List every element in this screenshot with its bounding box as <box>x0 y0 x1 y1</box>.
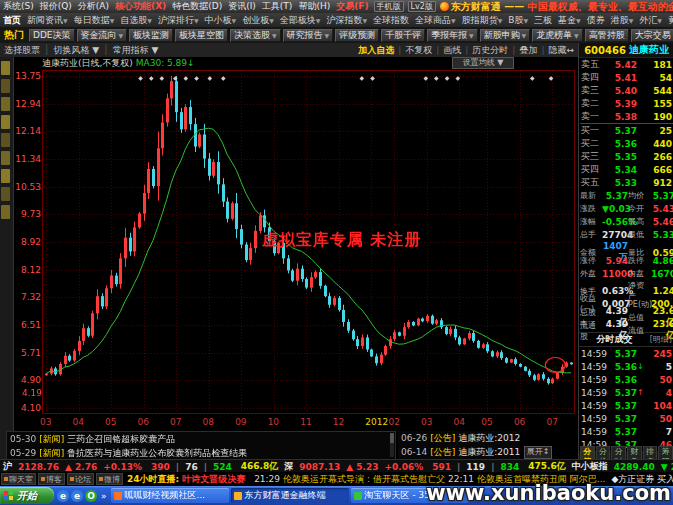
menu-帮助(H)[interactable]: 帮助(H) <box>295 0 333 13</box>
news-date: 05-29 <box>10 448 36 458</box>
news-row[interactable]: 05-30[新闻]三药企召回铬超标胶囊产品 <box>7 432 395 446</box>
brand-flame-icon <box>440 2 449 11</box>
x-tick-label: 03 <box>40 417 51 427</box>
left-rail-icon[interactable] <box>1 151 10 165</box>
lv2-version-button[interactable]: Lv2版 <box>408 1 436 12</box>
chart-control-1[interactable]: 切换风格 ▼ <box>49 43 103 57</box>
chart-control-0[interactable]: 选择股票 <box>0 43 44 57</box>
tool-button-大宗交易[interactable]: 大宗交易 <box>631 29 673 42</box>
nav-item-全球商品[interactable]: 全球商品▼ <box>412 13 459 28</box>
quick-launch-icon[interactable]: e <box>71 490 83 502</box>
tool-button-资金流向[interactable]: 资金流向 ▼ <box>77 29 128 42</box>
chart-tab-加入自选[interactable]: 加入自选 <box>354 43 398 57</box>
expand-button[interactable]: 展开↕ <box>524 446 552 459</box>
menu-核心功能(X)[interactable]: 核心功能(X) <box>112 0 169 13</box>
nav-item-每日数据[interactable]: 每日数据▼ <box>71 13 118 28</box>
nav-item-B股[interactable]: B股▼ <box>505 13 531 28</box>
index-pct: +0.06% <box>384 462 423 472</box>
task-button[interactable]: 呱呱财经视频社区... <box>111 488 229 503</box>
ticker-button-聊天室[interactable]: 聊天室 <box>1 473 36 485</box>
menu-系统(S)[interactable]: 系统(S) <box>0 0 37 13</box>
live-headline[interactable]: 叶诗文晋级决赛 <box>182 473 245 486</box>
tool-button-评级预测[interactable]: 评级预测 <box>335 29 379 42</box>
nav-item-新闻资讯[interactable]: 新闻资讯▼ <box>24 13 71 28</box>
ticker-button-博客[interactable]: 博客 <box>38 473 65 485</box>
ticker-button-论坛[interactable]: 论坛 <box>67 473 94 485</box>
left-rail-icon[interactable] <box>1 79 10 93</box>
chart-tab-隐藏↔[interactable]: 隐藏↔ <box>544 43 578 57</box>
ob-price: 5.42 <box>603 60 637 70</box>
left-rail-icon[interactable] <box>1 133 10 147</box>
tool-button-决策选股[interactable]: 决策选股 ▼ <box>230 29 281 42</box>
chart-tab-不复权[interactable]: 不复权 <box>401 43 436 57</box>
nav-item-沪深排行[interactable]: 沪深排行▼ <box>155 13 202 28</box>
quick-launch-more[interactable]: » <box>101 491 107 501</box>
task-button[interactable]: 东方财富通金融终端 <box>231 488 349 503</box>
left-rail-icon[interactable] <box>1 169 10 183</box>
quick-launch-icon[interactable]: O <box>85 490 97 502</box>
ticker-headline[interactable]: 伦敦奥运开幕式导演：借开幕式告慰亡父 <box>283 473 445 486</box>
nav-item-全部板块[interactable]: 全部板块▼ <box>277 13 324 28</box>
chevron-down-icon: ▼ <box>110 17 115 24</box>
nav-item-外汇[interactable]: 外汇▼ <box>636 13 665 28</box>
nav-item-股指期货[interactable]: 股指期货▼ <box>459 13 506 28</box>
nav-item-黄金[interactable]: 黄金 <box>665 13 673 27</box>
ticker-button-label: 微博 <box>104 475 120 484</box>
tool-button-新股申购[interactable]: 新股申购 ▼ <box>480 29 531 42</box>
tool-button-龙虎榜单[interactable]: 龙虎榜单 ▼ <box>532 29 583 42</box>
nav-item-债券[interactable]: 债券 <box>584 13 608 27</box>
nav-item-沪深指数[interactable]: 沪深指数▼ <box>323 13 370 28</box>
ma-settings-button[interactable]: 设置均线 ▼ <box>452 57 514 69</box>
left-rail-icon[interactable] <box>1 205 10 219</box>
detail-label: 内盘 <box>628 268 651 279</box>
announcement-row[interactable]: 06-14[公告]迪康药业:2011年度股东大会决议公告 <box>398 445 520 459</box>
count: 524 <box>213 462 232 472</box>
nav-item-全球指数[interactable]: 全球指数 <box>370 13 412 27</box>
detail-row: 金额1407万量比0.59 <box>579 241 673 254</box>
ob-volume: 25 <box>637 126 672 136</box>
tape-detail-link[interactable]: [明细] <box>650 334 672 345</box>
tape-rows: 14:595.3724514:595.36↓514:595.365014:595… <box>579 347 673 451</box>
ticker-button-微博[interactable]: 微博 <box>96 473 123 485</box>
nav-item-港股[interactable]: 港股▼ <box>608 13 637 28</box>
left-rail-icon[interactable] <box>1 61 10 75</box>
tool-button-高管持股[interactable]: 高管持股 <box>585 29 629 42</box>
nav-item-创业板[interactable]: 创业板▼ <box>239 13 277 28</box>
chart-tab-历史分时[interactable]: 历史分时 <box>468 43 512 57</box>
nav-item-基金[interactable]: 基金▼ <box>555 13 584 28</box>
tool-button-千股千评[interactable]: 千股千评 <box>381 29 425 42</box>
brand-prefix: 东方财富通 —— <box>451 1 524 12</box>
mobile-version-button[interactable]: 手机版 <box>374 1 404 12</box>
y-tick-label: 10.53 <box>14 183 41 192</box>
x-tick-label: 07 <box>546 417 557 427</box>
ticker-button-label: 论坛 <box>75 475 91 484</box>
announcement-row[interactable]: 06-26[公告]迪康药业:2012年第一季度报告 <box>398 431 520 445</box>
chart-tab-叠加[interactable]: 叠加 <box>515 43 541 57</box>
nav-item-自选股[interactable]: 自选股▼ <box>117 13 155 28</box>
left-rail-icon[interactable] <box>1 97 10 111</box>
left-rail-icon[interactable] <box>1 187 10 201</box>
chart-tab-画线[interactable]: 画线 <box>439 43 465 57</box>
menu-特色数据(D)[interactable]: 特色数据(D) <box>169 0 225 13</box>
menu-资讯(I)[interactable]: 资讯(I) <box>225 0 259 13</box>
nav-item-中小板[interactable]: 中小板▼ <box>202 13 240 28</box>
start-button[interactable]: 开始 <box>0 487 54 504</box>
tool-button-板块监测[interactable]: 板块监测 <box>129 29 173 42</box>
menu-报价(Q)[interactable]: 报价(Q) <box>37 0 75 13</box>
nav-item-三板[interactable]: 三板 <box>531 13 555 27</box>
x-tick-label: 09 <box>235 417 246 427</box>
news-scrollbar[interactable] <box>390 433 394 457</box>
nav-item-首页[interactable]: 首页 <box>0 13 24 27</box>
tool-button-DDE决策[interactable]: DDE决策 <box>29 29 75 42</box>
menu-分析(A)[interactable]: 分析(A) <box>75 0 112 13</box>
range-min-label: 4.19 <box>22 388 42 398</box>
menu-工具(T)[interactable]: 工具(T) <box>259 0 296 13</box>
chart-control-2[interactable]: 常用指标 ▼ <box>109 43 163 57</box>
menu-交易(F)[interactable]: 交易(F) <box>333 0 371 13</box>
tool-button-季报年报[interactable]: 季报年报 ▼ <box>427 29 478 42</box>
left-rail-icon[interactable] <box>1 115 10 129</box>
quick-launch-icon[interactable]: e <box>57 490 69 502</box>
tool-button-板块星空图[interactable]: 板块星空图 <box>175 29 228 42</box>
tool-button-研究报告[interactable]: 研究报告 ▼ <box>283 29 334 42</box>
news-row[interactable]: 05-29[新闻]鲁抗医药与迪康药业公布胶囊剂药品检查结果 <box>7 446 395 460</box>
